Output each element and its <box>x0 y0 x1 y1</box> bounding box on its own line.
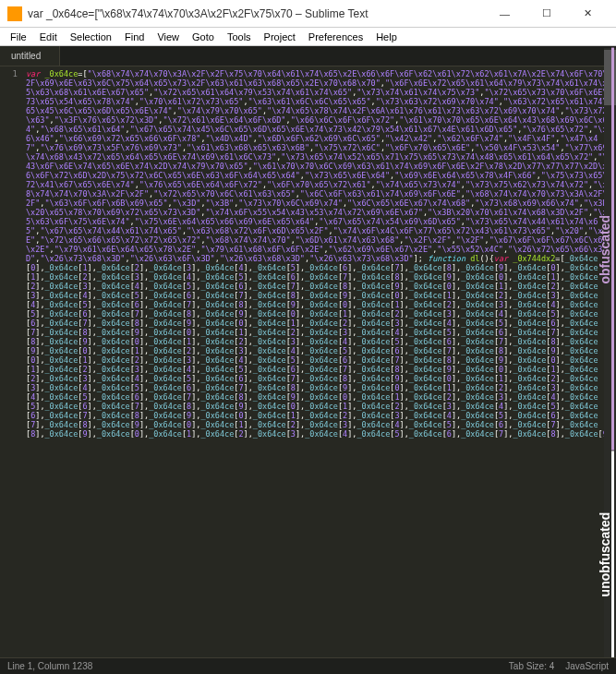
tab-untitled[interactable]: untitled <box>0 46 60 66</box>
label-obfuscated: obfuscated <box>598 48 614 451</box>
menu-file[interactable]: File <box>4 30 33 44</box>
window-title: var _0x64ce=["\x68\x74\x74\x70\x3A\x2F\x… <box>28 7 484 20</box>
status-bar: Line 1, Column 1238 Tab Size: 4 JavaScri… <box>0 657 616 674</box>
menu-tools[interactable]: Tools <box>221 30 258 44</box>
window-controls: — ☐ ✕ <box>484 0 609 28</box>
maximize-button[interactable]: ☐ <box>525 0 567 28</box>
menu-selection[interactable]: Selection <box>64 30 118 44</box>
status-position[interactable]: Line 1, Column 1238 <box>7 661 509 671</box>
menu-goto[interactable]: Goto <box>186 30 221 44</box>
menu-find[interactable]: Find <box>118 30 151 44</box>
menu-edit[interactable]: Edit <box>33 30 64 44</box>
app-icon <box>7 6 22 21</box>
menu-help[interactable]: Help <box>369 30 404 44</box>
tab-bar: untitled <box>0 46 616 66</box>
tab-label: untitled <box>11 51 41 61</box>
menu-view[interactable]: View <box>151 30 186 44</box>
code-editor[interactable]: var _0x64ce=["\x68\x74\x74\x70\x3A\x2F\x… <box>22 66 616 657</box>
menu-preferences[interactable]: Preferences <box>302 30 369 44</box>
minimize-button[interactable]: — <box>484 0 525 28</box>
menu-project[interactable]: Project <box>258 30 302 44</box>
editor-area: 1 var _0x64ce=["\x68\x74\x74\x70\x3A\x2F… <box>0 66 616 657</box>
label-unobfuscated: unobfuscated <box>598 451 614 657</box>
status-syntax[interactable]: JavaScript <box>565 661 609 671</box>
annotation-labels: obfuscated unobfuscated <box>598 48 614 657</box>
line-gutter: 1 <box>0 66 22 657</box>
menu-bar: FileEditSelectionFindViewGotoToolsProjec… <box>0 28 616 46</box>
status-tabsize[interactable]: Tab Size: 4 <box>509 661 554 671</box>
close-button[interactable]: ✕ <box>567 0 609 28</box>
window-titlebar: var _0x64ce=["\x68\x74\x74\x70\x3A\x2F\x… <box>0 0 616 28</box>
